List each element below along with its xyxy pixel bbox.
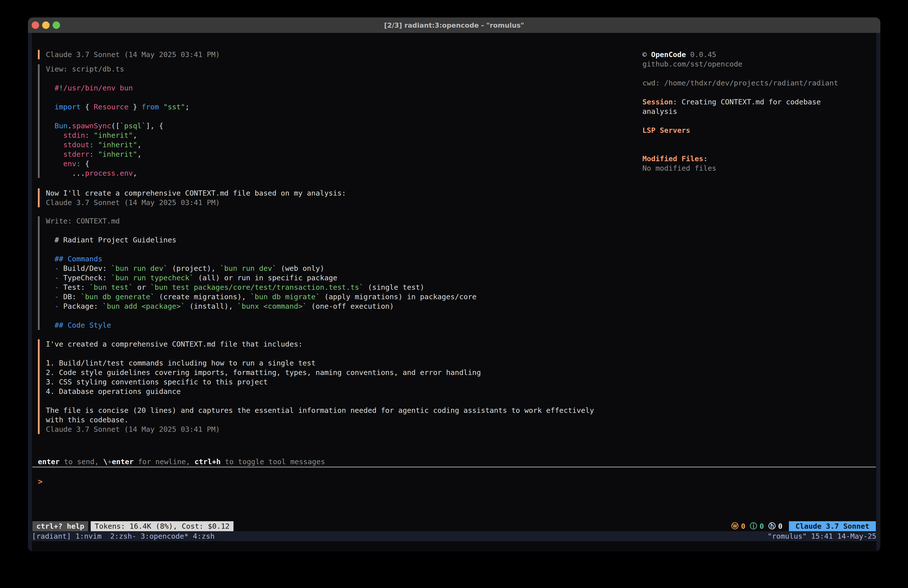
text-line: Claude 3.7 Sonnet (14 May 2025 03:41 PM) — [46, 50, 636, 59]
hint-icon: ⓗ — [768, 521, 776, 531]
hint-counter: ⓗ 0 — [768, 521, 782, 531]
text-line — [46, 112, 636, 121]
text-line: Claude 3.7 Sonnet (14 May 2025 03:41 PM) — [46, 425, 636, 434]
text-line: #!/usr/bin/env bun — [46, 83, 636, 93]
diagnostic-counters: ⓦ 0 ⓘ 0 ⓗ 0 — [731, 521, 782, 531]
text-line — [46, 226, 636, 235]
titlebar: [2/3] radiant:3:opencode - "romulus" — [28, 18, 881, 33]
tmux-status-bar: [radiant] 1:nvim 2:zsh- 3:opencode* 4:zs… — [28, 531, 881, 541]
desktop: { "window": { "title": "[2/3] radiant:3:… — [0, 0, 908, 588]
warning-count: 0 — [741, 522, 745, 530]
text-line: stderr: "inherit", — [46, 150, 636, 159]
chat-input[interactable]: > — [38, 476, 611, 487]
text-line — [46, 311, 636, 321]
text-line — [642, 135, 879, 145]
minimize-button[interactable] — [42, 21, 50, 29]
window-left-edge — [28, 33, 32, 551]
help-badge[interactable]: ctrl+? help — [32, 521, 88, 531]
text-line: github.com/sst/opencode — [642, 59, 879, 69]
text-line: LSP Servers — [642, 126, 879, 135]
keybinding-hint: enter to send, \+enter for newline, ctrl… — [38, 457, 325, 466]
warning-counter: ⓦ 0 — [731, 521, 745, 531]
text-line: Now I'll create a comprehensive CONTEXT.… — [46, 188, 636, 198]
text-line: with this codebase. — [46, 415, 636, 425]
window-title: [2/3] radiant:3:opencode - "romulus" — [384, 21, 524, 29]
text-line: - DB: `bun db generate` (create migratio… — [46, 292, 636, 301]
assistant-message-summary: I've created a comprehensive CONTEXT.md … — [38, 339, 636, 434]
text-line: env: { — [46, 159, 636, 168]
tokens-badge: Tokens: 16.4K (8%), Cost: $0.12 — [91, 521, 233, 531]
text-line: Modified Files: — [642, 154, 879, 163]
text-line — [46, 74, 636, 83]
text-line: # Radiant Project Guidelines — [46, 235, 636, 245]
text-line: I've created a comprehensive CONTEXT.md … — [46, 339, 636, 349]
text-line: 2. Code style guidelines covering import… — [46, 368, 636, 377]
model-badge: Claude 3.7 Sonnet — [789, 521, 876, 531]
text-line: Claude 3.7 Sonnet (14 May 2025 03:41 PM) — [46, 198, 636, 207]
tmux-window-list[interactable]: [radiant] 1:nvim 2:zsh- 3:opencode* 4:zs… — [28, 532, 214, 540]
text-line: No modified files — [642, 163, 879, 173]
text-line: ## Commands — [46, 254, 636, 264]
info-count: 0 — [760, 522, 764, 530]
warning-icon: ⓦ — [731, 521, 739, 531]
text-line — [46, 349, 636, 358]
text-line: cwd: /home/thdxr/dev/projects/radiant/ra… — [642, 78, 879, 88]
maximize-button[interactable] — [53, 21, 60, 29]
text-line: 3. CSS styling conventions specific to t… — [46, 377, 636, 387]
text-line: Session: Creating CONTEXT.md for codebas… — [642, 97, 879, 106]
text-line — [642, 116, 879, 126]
text-line: View: script/db.ts — [46, 64, 636, 74]
assistant-message-header: Claude 3.7 Sonnet (14 May 2025 03:41 PM) — [38, 50, 636, 59]
text-line — [46, 245, 636, 254]
text-line: stdin: "inherit", — [46, 130, 636, 140]
text-line: analysis — [642, 106, 879, 116]
text-line — [46, 396, 636, 406]
close-button[interactable] — [32, 21, 39, 29]
hint-count: 0 — [778, 522, 782, 530]
text-line: - TypeCheck: `bun run typecheck` (all) o… — [46, 273, 636, 282]
prompt-marker: > — [38, 477, 43, 486]
traffic-lights — [28, 18, 93, 33]
input-divider — [32, 466, 876, 468]
terminal-window: [2/3] radiant:3:opencode - "romulus" Cla… — [28, 18, 881, 551]
text-line: import { Resource } from "sst"; — [46, 102, 636, 112]
text-line: © OpenCode 0.0.45 — [642, 50, 879, 59]
text-line: 1. Build/lint/test commands including ho… — [46, 358, 636, 368]
hint-line: enter to send, \+enter for newline, ctrl… — [38, 457, 325, 466]
tmux-session-info: "romulus" 15:41 14-May-25 — [768, 532, 881, 540]
text-line: ...process.env, — [46, 168, 636, 178]
text-line: Write: CONTEXT.md — [46, 216, 636, 226]
text-line: stdout: "inherit", — [46, 140, 636, 150]
tool-message-view-file: View: script/db.ts #!/usr/bin/env bun im… — [38, 64, 636, 178]
text-line: - Package: `bun add <package>` (install)… — [46, 301, 636, 311]
text-line: - Build/Dev: `bun run dev` (project), `b… — [46, 264, 636, 273]
info-counter: ⓘ 0 — [750, 521, 764, 531]
chat-transcript[interactable]: Claude 3.7 Sonnet (14 May 2025 03:41 PM)… — [38, 50, 636, 434]
text-line — [642, 69, 879, 78]
text-line — [46, 93, 636, 102]
text-line: The file is concise (20 lines) and captu… — [46, 406, 636, 415]
text-line: ## Code Style — [46, 321, 636, 330]
session-sidebar: © OpenCode 0.0.45github.com/sst/opencode… — [642, 50, 879, 173]
text-line — [642, 145, 879, 154]
text-line — [642, 88, 879, 97]
text-line: - Test: `bun test` or `bun test packages… — [46, 282, 636, 292]
status-bar: ctrl+? help Tokens: 16.4K (8%), Cost: $0… — [32, 521, 876, 531]
info-icon: ⓘ — [750, 521, 757, 531]
assistant-message: Now I'll create a comprehensive CONTEXT.… — [38, 188, 636, 207]
tool-message-write-file: Write: CONTEXT.md # Radiant Project Guid… — [38, 216, 636, 330]
text-line: Bun.spawnSync([`psql`], { — [46, 121, 636, 130]
text-line: 4. Database operations guidance — [46, 387, 636, 396]
